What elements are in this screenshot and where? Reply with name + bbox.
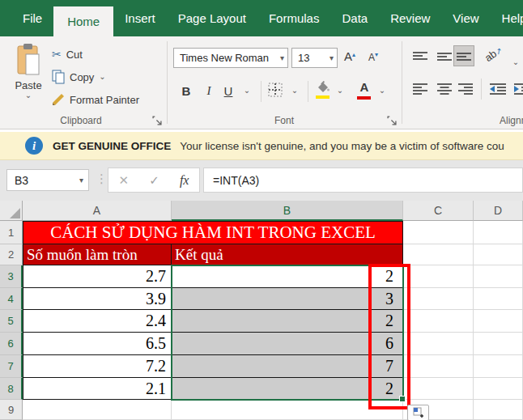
cell-A4[interactable]: 3.9 [23,288,172,310]
row-header-3[interactable]: 3 [0,265,23,288]
row-header-1[interactable]: 1 [0,221,23,244]
cell-B5[interactable]: 2 [172,310,403,333]
borders-button[interactable] [268,83,283,100]
cell-A9[interactable] [23,400,172,420]
tab-help[interactable]: Help [491,0,523,36]
format-painter-button[interactable]: Format Painter [52,91,139,108]
tab-review[interactable]: Review [379,0,441,36]
cell-A6[interactable]: 6.5 [23,333,172,355]
copy-dropdown-chevron-icon[interactable]: ⌄ [99,73,105,81]
font-size-dropdown-icon[interactable]: ▾ [330,54,334,62]
italic-button[interactable]: I [201,79,217,100]
cell-D2[interactable] [474,244,523,265]
row-header-5[interactable]: 5 [0,310,23,333]
underline-dropdown-icon[interactable]: ⌄ [241,79,253,100]
insert-function-icon[interactable]: fx [180,173,189,188]
cell-D8[interactable] [474,378,523,400]
center-button[interactable] [434,78,455,100]
cell-B8[interactable]: 2 [172,378,403,400]
cell-B4[interactable]: 3 [172,288,403,310]
orientation-dropdown-icon[interactable]: ⌄ [510,48,521,69]
underline-button[interactable]: U [220,79,236,100]
column-header-a[interactable]: A [23,201,172,221]
formula-input[interactable]: =INT(A3) [203,168,523,193]
tab-page-layout[interactable]: Page Layout [167,0,257,36]
cell-D5[interactable] [474,310,523,333]
font-color-dropdown-icon[interactable]: ⌄ [376,79,388,100]
align-right-button[interactable] [455,78,476,100]
tab-home[interactable]: Home [53,6,113,36]
bold-button[interactable]: B [176,79,196,100]
cell-D7[interactable] [474,355,523,378]
tab-data[interactable]: Data [330,0,379,36]
cell-D3[interactable] [474,265,523,288]
cell-A2-header[interactable]: Số muốn làm tròn [23,244,172,265]
cell-D1[interactable] [474,221,523,244]
select-all-button[interactable] [0,201,23,221]
middle-align-button[interactable] [434,46,455,67]
tab-insert[interactable]: Insert [113,0,167,36]
cell-D4[interactable] [474,288,523,310]
row-header-7[interactable]: 7 [0,355,23,378]
top-align-button[interactable] [410,46,431,67]
cell-C4[interactable] [403,288,474,310]
enter-icon[interactable]: ✓ [149,173,159,188]
cell-C6[interactable] [403,333,474,355]
row-header-9[interactable]: 9 [0,400,23,420]
tab-formulas[interactable]: Formulas [257,0,331,36]
font-size-combo[interactable]: 13 ▾ [291,48,338,68]
cell-B7[interactable]: 7 [172,355,403,378]
cell-A3[interactable]: 2.7 [23,265,172,288]
font-dialog-launcher-icon[interactable] [387,116,397,125]
cell-A5[interactable]: 2.4 [23,310,172,333]
name-box[interactable]: B3 ▾ [6,169,89,191]
cell-C3[interactable] [403,265,474,288]
bottom-align-button[interactable] [453,45,474,66]
copy-button[interactable]: Copy ⌄ [52,68,106,86]
row-header-4[interactable]: 4 [0,288,23,310]
cell-C8[interactable] [403,378,474,400]
row-header-8[interactable]: 8 [0,378,23,400]
cancel-icon[interactable]: ✕ [119,173,130,188]
autofill-options-button[interactable] [407,405,429,420]
cell-A8[interactable]: 2.1 [23,378,172,400]
shrink-font-button[interactable]: A▾ [368,51,378,63]
decrease-indent-button[interactable] [487,78,508,100]
orientation-button[interactable]: ab↗ [483,44,504,64]
fill-handle[interactable] [399,396,406,402]
cell-B2-header[interactable]: Kết quả [172,244,403,265]
grow-font-button[interactable]: A▴ [344,49,355,63]
fill-color-dropdown-icon[interactable]: ⌄ [334,79,346,100]
font-name-dropdown-icon[interactable]: ▾ [280,54,284,62]
tab-view[interactable]: View [441,0,490,36]
column-header-d[interactable]: D [474,201,523,221]
cell-C7[interactable] [403,355,474,378]
paste-dropdown-chevron-icon[interactable]: ⌄ [8,91,49,100]
row-header-2[interactable]: 2 [0,244,23,265]
row-header-6[interactable]: 6 [0,333,23,355]
formula-bar-grip-icon[interactable]: ⋮ [96,172,108,186]
cell-C5[interactable] [403,310,474,333]
clipboard-dialog-launcher-icon[interactable] [152,116,162,125]
cell-B9[interactable] [172,400,403,420]
cell-C2[interactable] [403,244,474,265]
column-header-c[interactable]: C [403,201,474,221]
font-color-button[interactable]: A [357,80,372,100]
font-name-combo[interactable]: Times New Roman ▾ [173,48,288,68]
cell-C1[interactable] [403,221,474,244]
name-box-dropdown-icon[interactable]: ▾ [79,176,83,185]
paste-button[interactable]: Paste ⌄ [8,43,49,117]
cell-D6[interactable] [474,333,523,355]
cut-button[interactable]: ✂ Cut [52,45,83,63]
increase-indent-button[interactable] [512,78,523,100]
fill-color-button[interactable] [316,81,330,99]
cell-D9[interactable] [474,400,523,420]
align-left-button[interactable] [410,78,431,100]
cell-B6[interactable]: 6 [172,333,403,355]
cell-B3-active[interactable]: 2 [172,265,403,288]
column-header-b[interactable]: B [172,201,403,221]
borders-dropdown-icon[interactable]: ⌄ [289,79,300,100]
cell-A7[interactable]: 7.2 [23,355,172,378]
tab-file[interactable]: File [11,0,53,36]
cell-A1-title[interactable]: CÁCH SỬ DỤNG HÀM INT TRONG EXCEL [23,221,403,244]
